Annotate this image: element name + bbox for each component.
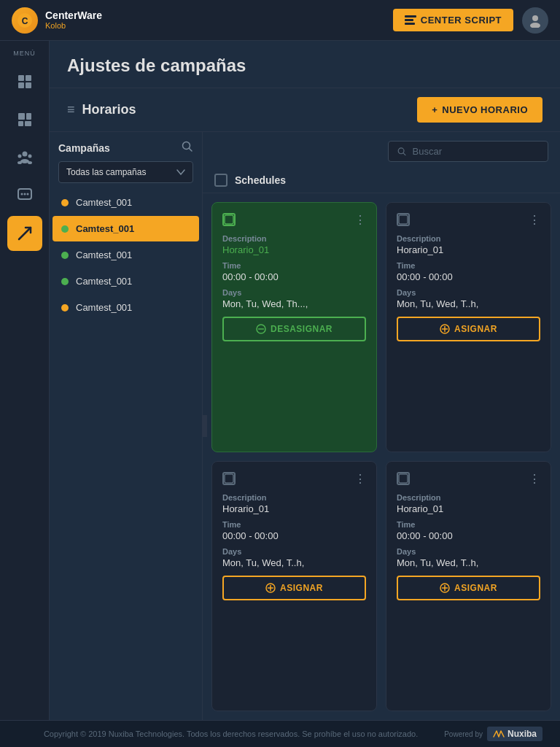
main-layout: MENÚ (0, 41, 560, 720)
svg-rect-3 (405, 19, 413, 21)
schedules-search[interactable] (388, 141, 548, 162)
campaign-name: Camtest_001 (76, 276, 132, 287)
svg-rect-2 (405, 15, 416, 18)
content-area: Ajustes de campañas ≡ Horarios + NUEVO H… (50, 41, 560, 720)
action-label: DESASIGNAR (271, 324, 332, 334)
asignar-button[interactable]: ASIGNAR (397, 317, 540, 341)
svg-rect-7 (18, 75, 24, 81)
campaign-item[interactable]: Camtest_001 (52, 242, 199, 268)
campaign-name: Camtest_001 (76, 197, 132, 208)
status-dot (61, 252, 69, 259)
sidebar-item-chat[interactable] (7, 178, 42, 213)
minus-circle-icon (256, 324, 266, 334)
campaigns-header: Campañas (50, 132, 202, 161)
svg-point-16 (18, 155, 21, 158)
dashboard-icon (17, 112, 33, 128)
card-menu[interactable]: ⋮ (354, 472, 366, 486)
sidebar-item-campaigns[interactable] (7, 64, 42, 99)
user-avatar[interactable] (522, 7, 548, 34)
user-icon (528, 13, 542, 28)
card-menu[interactable]: ⋮ (354, 213, 366, 227)
status-dot (61, 199, 69, 206)
svg-rect-13 (18, 121, 23, 126)
schedule-card: ⋮ Description Horario_01 Time 00:00 - 00… (211, 461, 377, 711)
campaign-item[interactable]: Camtest_001 (52, 295, 199, 320)
card-menu[interactable]: ⋮ (529, 213, 540, 227)
card-checkbox[interactable] (222, 213, 236, 226)
center-script-label: CENTER SCRIPT (421, 15, 502, 26)
page-title: Ajustes de campañas (67, 55, 542, 76)
description-value: Horario_01 (397, 244, 540, 255)
checkbox-icon (224, 473, 234, 484)
svg-point-23 (23, 193, 26, 196)
search-input[interactable] (413, 146, 539, 157)
action-label: ASIGNAR (454, 583, 497, 593)
svg-rect-9 (18, 82, 24, 88)
description-label: Description (397, 493, 540, 502)
select-all-checkbox[interactable] (214, 174, 228, 187)
powered-by-label: Powered by (444, 730, 483, 738)
new-button-label: NUEVO HORARIO (442, 104, 528, 115)
campaign-name: Camtest_001 (76, 223, 134, 234)
asignar-button[interactable]: ASIGNAR (397, 576, 540, 600)
campaigns-search-icon[interactable] (182, 141, 193, 155)
card-menu[interactable]: ⋮ (529, 472, 540, 486)
checkbox-icon (398, 214, 408, 225)
schedules-panel: Schedules ⋮ Description Horario_01 Time … (203, 132, 560, 720)
brand-name: CenterWare (45, 9, 102, 22)
card-top: ⋮ (222, 472, 366, 486)
toolbar-left: ≡ Horarios (67, 102, 136, 117)
campaign-item[interactable]: Camtest_001 (52, 268, 199, 294)
days-label: Days (397, 547, 540, 556)
time-label: Time (222, 520, 366, 529)
campaign-item[interactable]: Camtest_001 (52, 190, 199, 215)
asignar-button[interactable]: ASIGNAR (222, 576, 366, 600)
schedule-card: ⋮ Description Horario_01 Time 00:00 - 00… (386, 202, 551, 452)
campaign-item[interactable]: Camtest_001 (52, 216, 199, 241)
svg-point-20 (28, 161, 32, 164)
nuevo-horario-button[interactable]: + NUEVO HORARIO (417, 97, 542, 123)
svg-rect-33 (399, 215, 408, 224)
search-icon-schedules (397, 147, 407, 157)
svg-point-6 (530, 23, 540, 28)
time-value: 00:00 - 00:00 (397, 530, 540, 541)
card-checkbox[interactable] (397, 472, 410, 485)
schedules-grid: ⋮ Description Horario_01 Time 00:00 - 00… (203, 193, 560, 720)
nuxiba-logo: Nuxiba (487, 727, 542, 741)
days-label: Days (222, 547, 366, 556)
collapse-arrow[interactable] (203, 415, 207, 437)
svg-point-17 (28, 155, 31, 158)
hamburger-icon[interactable]: ≡ (67, 102, 75, 117)
footer: Copyright © 2019 Nuxiba Technologies. To… (0, 720, 560, 747)
campaigns-icon (17, 74, 33, 90)
script-icon (405, 15, 416, 26)
search-icon (182, 141, 193, 152)
footer-brand: Powered by Nuxiba (444, 727, 542, 741)
description-label: Description (397, 234, 540, 243)
schedules-header (203, 132, 560, 168)
toolbar: ≡ Horarios + NUEVO HORARIO (50, 88, 560, 132)
schedules-label: Schedules (235, 174, 286, 186)
sidebar-item-dashboard[interactable] (7, 102, 42, 137)
filter-dropdown[interactable]: Todas las campañas (58, 161, 193, 183)
svg-rect-30 (225, 215, 233, 224)
panels: Campañas Todas las campañas (50, 132, 560, 720)
stats-icon (17, 225, 33, 241)
svg-rect-14 (25, 121, 31, 126)
plus-circle-icon (440, 324, 450, 334)
logo-text: CenterWare Kolob (45, 9, 102, 31)
sidebar-item-stats[interactable] (7, 216, 42, 251)
sidebar-item-users[interactable] (7, 140, 42, 175)
svg-point-5 (532, 15, 538, 21)
status-dot (61, 225, 69, 233)
status-dot (61, 304, 69, 311)
card-checkbox[interactable] (222, 472, 236, 485)
time-label: Time (222, 261, 366, 270)
campaign-name: Camtest_001 (76, 249, 132, 260)
checkbox-icon (398, 473, 408, 484)
schedules-select-header: Schedules (203, 168, 560, 193)
card-checkbox[interactable] (397, 213, 410, 226)
svg-rect-8 (26, 75, 31, 81)
desasignar-button[interactable]: DESASIGNAR (222, 317, 366, 341)
center-script-button[interactable]: CENTER SCRIPT (393, 9, 513, 31)
